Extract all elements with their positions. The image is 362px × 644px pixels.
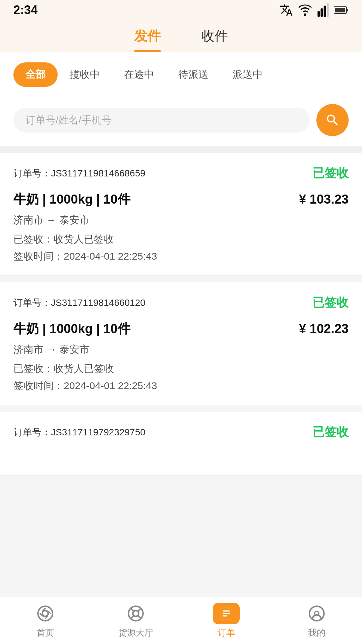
svg-point-8	[42, 610, 48, 616]
order-status-2: 已签收	[312, 294, 349, 311]
order-header-3: 订单号：JS3117119792329750 已签收	[13, 424, 349, 440]
order-goods-name-1: 牛奶 | 1000kg | 10件	[13, 191, 130, 208]
search-button[interactable]	[316, 104, 349, 136]
status-icons	[280, 3, 349, 17]
filter-all[interactable]: 全部	[13, 62, 58, 87]
order-route-2: 济南市 → 泰安市	[13, 343, 349, 357]
svg-rect-6	[335, 8, 345, 12]
signal-icon	[317, 3, 329, 17]
order-sign-time-2: 签收时间：2024-04-01 22:25:43	[13, 379, 349, 393]
order-goods-row-1: 牛奶 | 1000kg | 10件 ¥ 103.23	[13, 191, 349, 208]
order-route-1: 济南市 → 泰安市	[13, 213, 349, 227]
bottom-nav: 首页 货源大厅 订单	[0, 597, 362, 644]
order-header-1: 订单号：JS3117119814668659 已签收	[13, 165, 349, 181]
svg-rect-2	[324, 6, 326, 17]
svg-rect-5	[347, 9, 348, 11]
nav-goods[interactable]: 货源大厅	[90, 597, 181, 644]
order-id-2: 订单号：JS3117119814660120	[13, 297, 145, 309]
nav-home-label: 首页	[37, 627, 54, 639]
nav-order[interactable]: 订单	[181, 597, 272, 644]
filter-collecting[interactable]: 揽收中	[58, 62, 112, 87]
nav-order-label: 订单	[218, 627, 235, 639]
order-icon	[213, 603, 240, 624]
filter-transit[interactable]: 在途中	[112, 62, 166, 87]
order-card-2[interactable]: 订单号：JS3117119814660120 已签收 牛奶 | 1000kg |…	[0, 282, 362, 405]
search-bar	[0, 97, 362, 146]
search-input-wrap[interactable]	[13, 108, 310, 132]
order-status-3: 已签收	[312, 424, 349, 440]
svg-rect-1	[321, 8, 323, 17]
order-sign-time-1: 签收时间：2024-04-01 22:25:43	[13, 250, 349, 263]
battery-icon	[334, 5, 349, 15]
order-status-1: 已签收	[312, 165, 349, 181]
nav-profile[interactable]: 我的	[272, 597, 362, 644]
nav-home[interactable]: 首页	[0, 597, 90, 644]
status-bar: 2:34	[0, 0, 362, 20]
svg-point-16	[309, 606, 324, 621]
filter-pending[interactable]: 待派送	[166, 62, 221, 87]
order-list: 订单号：JS3117119814668659 已签收 牛奶 | 1000kg |…	[0, 153, 362, 536]
order-header-2: 订单号：JS3117119814660120 已签收	[13, 294, 349, 311]
order-goods-name-2: 牛奶 | 1000kg | 10件	[13, 320, 130, 337]
tab-receive[interactable]: 收件	[201, 27, 228, 52]
filter-delivering[interactable]: 派送中	[221, 62, 275, 87]
order-id-3: 订单号：JS3117119792329750	[13, 426, 145, 439]
order-id-1: 订单号：JS3117119814668659	[13, 167, 145, 180]
filter-bar: 全部 揽收中 在途中 待派送 派送中	[0, 52, 362, 97]
goods-icon	[125, 603, 146, 624]
status-time: 2:34	[13, 3, 38, 17]
profile-icon	[306, 603, 327, 624]
section-divider	[0, 146, 362, 153]
top-tabs: 发件 收件	[0, 20, 362, 52]
nav-profile-label: 我的	[308, 627, 325, 639]
order-price-2: ¥ 102.23	[299, 322, 349, 336]
search-icon	[325, 113, 340, 127]
order-sign-status-2: 已签收：收货人已签收	[13, 362, 349, 376]
wifi-icon	[298, 4, 312, 16]
svg-rect-3	[327, 3, 329, 17]
order-sign-status-1: 已签收：收货人已签收	[13, 232, 349, 246]
nav-goods-label: 货源大厅	[118, 627, 153, 639]
order-card-1[interactable]: 订单号：JS3117119814668659 已签收 牛奶 | 1000kg |…	[0, 153, 362, 276]
home-icon	[35, 603, 56, 624]
svg-rect-0	[317, 11, 320, 17]
order-goods-row-2: 牛奶 | 1000kg | 10件 ¥ 102.23	[13, 320, 349, 337]
search-input[interactable]	[25, 114, 298, 126]
order-price-1: ¥ 103.23	[299, 192, 349, 207]
translate-icon	[280, 3, 293, 17]
order-card-3[interactable]: 订单号：JS3117119792329750 已签收	[0, 412, 362, 476]
tab-send[interactable]: 发件	[134, 27, 161, 52]
